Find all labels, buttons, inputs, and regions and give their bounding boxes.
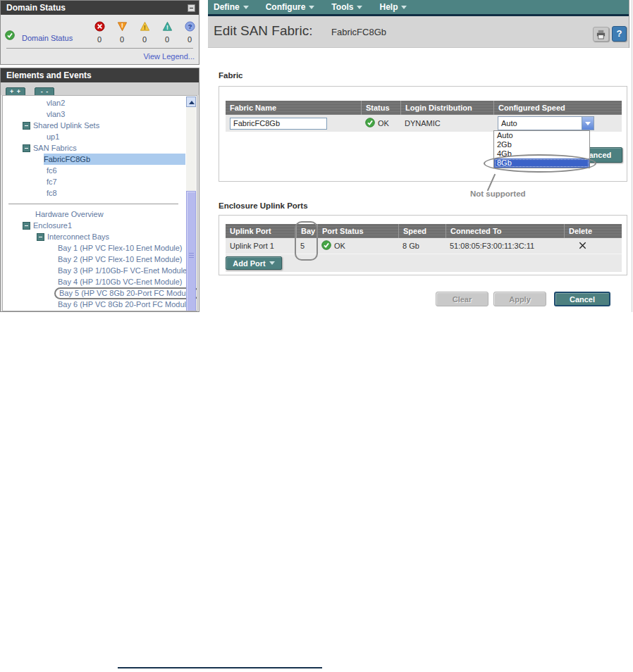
menu-label: Define [214,2,240,12]
column-header-connected-to: Connected To [445,224,564,238]
menu-label: Configure [266,2,306,12]
menu-define[interactable]: Define [214,2,249,12]
column-header-status: Status [361,101,400,115]
critical-icon [94,21,105,33]
content-area: Fabric Fabric NameStatusLogin Distributi… [208,48,629,312]
collapse-icon[interactable] [23,122,30,130]
tree-item-up1[interactable]: up1 [3,131,185,142]
column-header-speed: Speed [398,224,445,238]
tree-item-label: fc6 [47,165,185,176]
svg-text:!: ! [144,24,146,31]
status-count: 0 [97,35,102,44]
tree-item-fc6[interactable]: fc6 [3,165,185,176]
status-summary: 0!0!0!0?0 [91,21,198,44]
menu-bar: DefineConfigureToolsHelp [208,0,629,14]
cancel-button[interactable]: Cancel [554,292,610,306]
speed-option-8gb[interactable]: 8Gb [494,158,589,168]
chevron-down-icon [243,6,249,9]
view-legend-link[interactable]: View Legend... [143,52,195,61]
status-count: 0 [188,35,192,44]
print-button[interactable] [593,27,609,42]
tree-item-san-fabrics[interactable]: SAN Fabrics [3,142,185,154]
tree-item-label: fc7 [47,176,185,187]
tree-item-fc7[interactable]: fc7 [3,176,185,187]
chevron-down-icon[interactable] [582,117,594,130]
tree-item-bay-6-hp-vc-8gb-20-port-fc-module[interactable]: Bay 6 (HP VC 8Gb 20-Port FC Module) [3,299,185,310]
status-count: 0 [120,35,124,44]
apply-button[interactable]: Apply [493,292,546,306]
domain-ok-icon [5,30,15,42]
port-status-text: OK [334,242,345,250]
status-count: 0 [165,35,169,44]
domain-status-link[interactable]: Domain Status [22,34,73,42]
uplink-table: Uplink PortBayPort StatusSpeedConnected … [226,224,622,272]
svg-text:!: ! [166,24,168,31]
status-column: ?0 [181,21,198,44]
status-column: !0 [136,21,153,44]
configured-speed-value: Auto [498,119,582,127]
tree-scrollbar[interactable] [186,97,196,311]
tree-item-bay-3-hp-1-10gb-f-vc-enet-module[interactable]: Bay 3 (HP 1/10Gb-F VC-Enet Module) [3,265,185,276]
menu-tools[interactable]: Tools [331,2,362,12]
tree-item-bay-5-hp-vc-8gb-20-port-fc-module[interactable]: Bay 5 (HP VC 8Gb 20-Port FC Module) [3,287,185,299]
menu-configure[interactable]: Configure [266,2,315,12]
speed-option-2gb[interactable]: 2Gb [494,140,589,149]
tree-item-hardware-overview[interactable]: Hardware Overview [3,209,185,220]
scroll-up-icon[interactable] [186,97,196,107]
domain-status-panel: Domain Status Domain Status 0!0!0!0?0 Vi… [0,0,199,65]
fabric-table: Fabric NameStatusLogin DistributionConfi… [226,101,622,132]
fabric-section-label: Fabric [219,71,243,80]
tree-item-fabricfc8gb[interactable]: FabricFC8Gb [3,154,185,165]
elements-events-header: Elements and Events [1,68,199,82]
minimize-icon[interactable] [188,4,195,12]
collapse-icon[interactable] [37,233,44,241]
tree-item-interconnect-bays[interactable]: Interconnect Bays [3,231,185,242]
login-distribution-cell: DYNAMIC [400,115,493,132]
delete-icon[interactable] [578,241,587,251]
chevron-down-icon [357,6,362,9]
tree-item-bay-1-hp-vc-flex-10-enet-module[interactable]: Bay 1 (HP VC Flex-10 Enet Module) [3,242,185,254]
tree-item-fc8[interactable]: fc8 [3,187,185,199]
column-header-fabric-name: Fabric Name [226,101,361,115]
tree-item-bay-2-hp-vc-flex-10-enet-module[interactable]: Bay 2 (HP VC Flex-10 Enet Module) [3,254,185,265]
tree-item-label: Bay 6 (HP VC 8Gb 20-Port FC Module) [58,299,193,310]
configured-speed-cell: Auto [493,115,622,132]
tree-item-bay-4-hp-1-10gb-vc-enet-module[interactable]: Bay 4 (HP 1/10Gb VC-Enet Module) [3,276,185,287]
help-button[interactable]: ? [612,26,627,42]
status-ok-icon [365,118,375,129]
tree-item-label: Hardware Overview [35,209,185,220]
status-column: !0 [159,21,176,44]
speed-option-auto[interactable]: Auto [494,131,589,140]
uplink-section-label: Enclosure Uplink Ports [219,201,308,210]
menu-help[interactable]: Help [379,2,407,12]
tree-item-vlan3[interactable]: vlan3 [3,108,185,120]
page-title: Edit SAN Fabric: [214,23,312,39]
clear-button[interactable]: Clear [436,292,488,306]
svg-text:!: ! [121,22,123,29]
fabric-name-input[interactable] [230,118,327,130]
collapse-icon[interactable] [23,222,30,230]
scrollbar-thumb[interactable] [186,191,196,311]
bay-cell: 5 [296,238,317,254]
column-header-configured-speed: Configured Speed [493,101,622,115]
footnote-divider-line [118,667,322,668]
tree-item-label: fc8 [47,187,185,199]
tree-item-label: vlan3 [47,108,185,120]
tree-item-label: FabricFC8Gb [44,154,185,165]
configured-speed-select[interactable]: Auto [498,116,594,130]
tree-item-shared-uplink-sets[interactable]: Shared Uplink Sets [3,120,185,131]
collapse-icon[interactable] [23,144,30,152]
tree-item-enclosure1[interactable]: Enclosure1 [3,220,185,231]
elements-events-panel: Elements and Events + + - - vlan2vlan3Sh… [0,68,199,312]
divider [6,48,193,49]
add-port-button[interactable]: Add Port [226,256,282,270]
status-column: 0 [91,21,108,44]
tree-item-label: Bay 1 (HP VC Flex-10 Enet Module) [58,242,185,254]
tree-item-label: Shared Uplink Sets [33,120,185,131]
tree-item-vlan2[interactable]: vlan2 [3,97,185,108]
elements-events-header-label: Elements and Events [6,70,92,80]
chevron-down-icon [269,261,275,265]
speed-option-4gb[interactable]: 4Gb [494,149,589,158]
domain-status-header: Domain Status [1,1,199,15]
column-header-bay: Bay [296,224,317,238]
